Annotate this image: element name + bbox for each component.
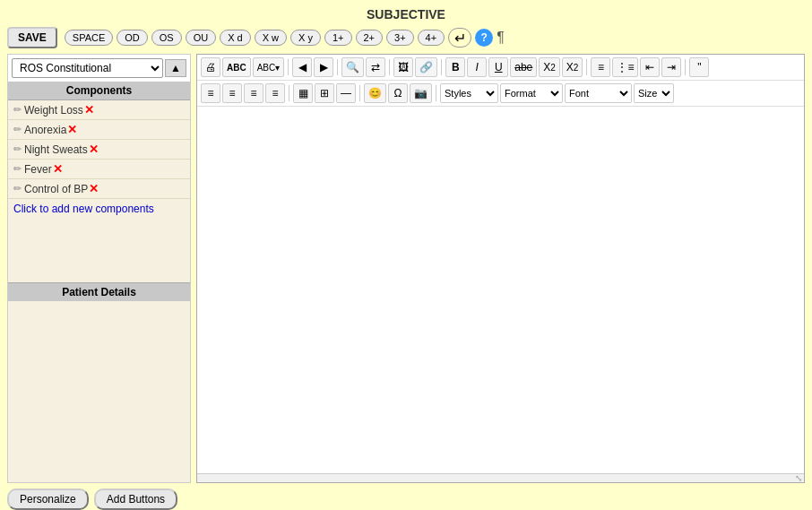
os-button[interactable]: OS [151,30,182,46]
align-justify-button[interactable]: ≡ [265,83,285,103]
toolbar-separator [436,85,436,101]
enter-button[interactable]: ↵ [448,28,471,48]
align-left-button[interactable]: ≡ [201,83,220,103]
find-button[interactable]: 🔍 [341,57,364,77]
omega-button[interactable]: Ω [388,83,408,103]
save-button[interactable]: SAVE [7,27,57,48]
delete-fever[interactable]: ✕ [53,162,63,176]
page-title: SUBJECTIVE [0,0,812,27]
delete-night-sweats[interactable]: ✕ [89,143,99,156]
emoji-button[interactable]: 😊 [364,83,386,103]
print-button[interactable]: 🖨 [201,57,220,77]
pencil-icon: ✏ [13,104,22,116]
editor-panel: 🖨 ABC ABC▾ ◀ ▶ 🔍 ⇄ 🖼 🔗 B I U abe X2 X2 ≡… [196,54,805,483]
bottom-bar: Personalize Add Buttons [0,483,812,510]
superscript-button[interactable]: X2 [562,57,583,77]
delete-anorexia[interactable]: ✕ [67,123,77,136]
link-button[interactable]: 🔗 [415,57,437,77]
toolbar-row2: ≡ ≡ ≡ ≡ ▦ ⊞ — 😊 Ω 📷 Styles Format Font S… [197,81,804,107]
resize-handle[interactable]: ⤡ [197,473,804,482]
component-list: ✏ Weight Loss✕ ✏ Anorexia✕ ✏ Night Sweat… [8,100,190,282]
spellcheck-button[interactable]: ABC [222,57,251,77]
pencil-icon: ✏ [13,183,22,194]
font-select[interactable]: Font [565,83,632,103]
component-name: Anorexia [24,124,66,136]
autocorrect-button[interactable]: ABC▾ [253,57,285,77]
toolbar-separator [586,59,587,75]
media-button[interactable]: 📷 [410,83,432,103]
delete-control-bp[interactable]: ✕ [89,182,99,195]
add-components-link[interactable]: Click to add new components [8,199,190,219]
insert-grid-button[interactable]: ⊞ [315,83,334,103]
toolbar-separator [359,85,360,101]
undo-button[interactable]: ◀ [292,57,312,77]
personalize-button[interactable]: Personalize [7,488,89,510]
bold-button[interactable]: B [445,57,465,77]
2plus-button[interactable]: 2+ [356,30,384,46]
insert-table-button[interactable]: ▦ [293,83,313,103]
1plus-button[interactable]: 1+ [324,30,352,46]
indent-more-button[interactable]: ⇥ [661,57,681,77]
component-name: Fever [24,163,52,176]
list-item[interactable]: ✏ Fever✕ [8,160,190,179]
toolbar-separator [337,59,338,75]
unordered-list-button[interactable]: ⋮≡ [612,57,638,77]
toolbar-separator [685,59,686,75]
format-select[interactable]: Format [500,83,563,103]
italic-button[interactable]: I [467,57,487,77]
image-button[interactable]: 🖼 [393,57,413,77]
pilcrow-icon: ¶ [497,30,505,46]
delete-weight-loss[interactable]: ✕ [84,103,94,117]
toolbar-separator [441,59,442,75]
space-button[interactable]: SPACE [65,30,113,46]
indent-less-button[interactable]: ⇤ [640,57,660,77]
3plus-button[interactable]: 3+ [386,30,414,46]
od-button[interactable]: OD [117,30,148,46]
toolbar-row1: 🖨 ABC ABC▾ ◀ ▶ 🔍 ⇄ 🖼 🔗 B I U abe X2 X2 ≡… [197,55,804,81]
component-name: Control of BP [24,183,88,195]
component-name: Night Sweats [24,143,88,156]
subscript-button[interactable]: X2 [539,57,560,77]
replace-button[interactable]: ⇄ [366,57,385,77]
patient-details-header: Patient Details [8,282,190,301]
list-item[interactable]: ✏ Anorexia✕ [8,120,190,140]
editor-area[interactable] [197,107,804,473]
patient-details-body [8,301,190,483]
main-layout: ROS Constitutional ▲ Components ✏ Weight… [0,54,812,483]
ou-button[interactable]: OU [186,30,217,46]
help-icon[interactable]: ? [475,29,493,47]
pencil-icon: ✏ [13,143,22,155]
underline-button[interactable]: U [488,57,508,77]
xw-button[interactable]: X w [255,30,287,46]
xd-button[interactable]: X d [220,30,251,46]
add-buttons-button[interactable]: Add Buttons [94,488,177,510]
top-bar: SAVE SPACE OD OS OU X d X w X y 1+ 2+ 3+… [0,27,812,54]
toolbar-separator [288,59,289,75]
category-dropdown[interactable]: ROS Constitutional [12,58,163,78]
redo-button[interactable]: ▶ [314,57,333,77]
align-center-button[interactable]: ≡ [222,83,242,103]
list-item[interactable]: ✏ Weight Loss✕ [8,100,190,120]
components-header: Components [8,82,190,100]
align-right-button[interactable]: ≡ [244,83,263,103]
scroll-up-button[interactable]: ▲ [165,59,186,77]
dropdown-row: ROS Constitutional ▲ [8,55,190,82]
toolbar-separator [289,85,289,101]
component-name: Weight Loss [24,104,83,117]
ordered-list-button[interactable]: ≡ [591,57,610,77]
blockquote-button[interactable]: " [689,57,709,77]
list-item[interactable]: ✏ Night Sweats✕ [8,140,190,160]
4plus-button[interactable]: 4+ [418,30,445,46]
size-select[interactable]: Size [634,83,674,103]
list-item[interactable]: ✏ Control of BP✕ [8,179,190,199]
left-panel: ROS Constitutional ▲ Components ✏ Weight… [7,54,191,483]
pencil-icon: ✏ [13,163,22,175]
strikethrough-button[interactable]: abe [510,57,537,77]
toolbar-separator [389,59,390,75]
styles-select[interactable]: Styles [440,83,498,103]
insert-hr-button[interactable]: — [336,83,356,103]
pencil-icon: ✏ [13,124,22,135]
xy-button[interactable]: X y [290,30,321,46]
